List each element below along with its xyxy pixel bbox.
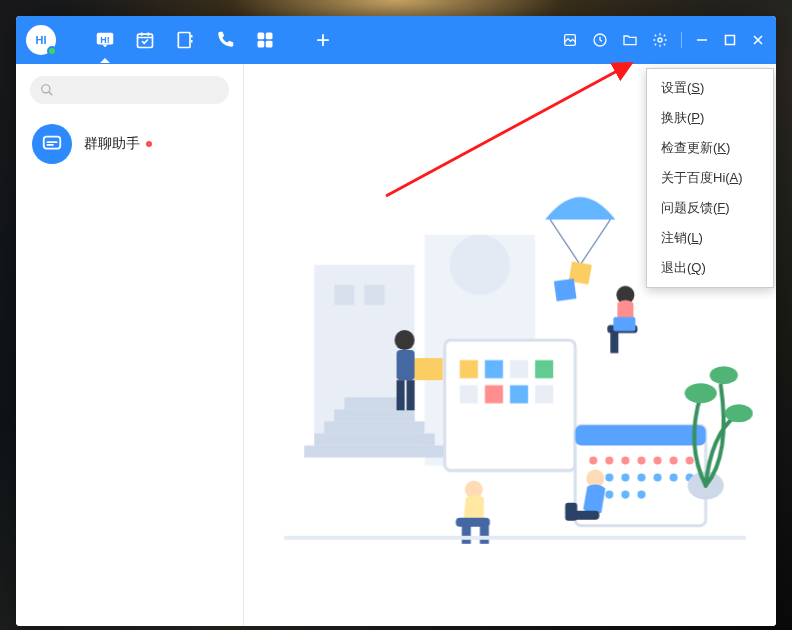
svg-point-40 (686, 456, 694, 464)
svg-point-45 (654, 474, 662, 482)
tab-calendar[interactable] (134, 29, 156, 51)
status-online-icon (47, 46, 57, 56)
svg-point-44 (637, 474, 645, 482)
svg-rect-61 (397, 380, 405, 410)
svg-rect-24 (460, 360, 478, 378)
svg-rect-30 (510, 385, 528, 403)
maximize-button[interactable] (722, 32, 738, 48)
svg-rect-10 (726, 36, 735, 45)
tab-phone[interactable] (214, 29, 236, 51)
svg-rect-6 (266, 41, 273, 48)
history-icon[interactable] (591, 31, 609, 49)
svg-rect-59 (397, 350, 415, 380)
folder-icon[interactable] (621, 31, 639, 49)
avatar[interactable]: HI (26, 25, 56, 55)
nav-tabs: H! + (94, 29, 334, 51)
search-wrap (16, 64, 243, 112)
svg-rect-65 (610, 331, 618, 353)
svg-point-58 (395, 330, 415, 350)
search-icon (40, 83, 54, 97)
titlebar-right (561, 31, 766, 49)
close-button[interactable] (750, 32, 766, 48)
svg-point-36 (621, 456, 629, 464)
group-chat-icon (32, 124, 72, 164)
svg-rect-25 (485, 360, 503, 378)
svg-point-11 (42, 85, 50, 93)
svg-point-34 (589, 456, 597, 464)
menu-logout[interactable]: 注销(L) (647, 223, 773, 253)
svg-rect-66 (613, 317, 635, 331)
svg-point-46 (670, 474, 678, 482)
tab-contacts[interactable] (174, 29, 196, 51)
svg-rect-20 (324, 421, 424, 433)
titlebar: HI H! + (16, 16, 776, 64)
svg-point-49 (605, 491, 613, 499)
svg-point-38 (654, 456, 662, 464)
menu-about[interactable]: 关于百度Hi(A) (647, 163, 773, 193)
svg-point-9 (658, 38, 662, 42)
svg-rect-74 (284, 536, 746, 540)
app-window: HI H! + (16, 16, 776, 626)
chat-item-title: 群聊助手 (84, 135, 152, 153)
svg-rect-23 (445, 340, 575, 470)
tab-chat[interactable]: H! (94, 29, 116, 51)
svg-rect-18 (304, 445, 445, 457)
unread-dot-icon (146, 141, 152, 147)
settings-dropdown: 设置(S) 换肤(P) 检查更新(K) 关于百度Hi(A) 问题反馈(F) 注销… (646, 68, 774, 288)
sidebar: 群聊助手 (16, 64, 244, 626)
svg-rect-62 (407, 380, 415, 410)
svg-rect-19 (314, 433, 434, 445)
svg-point-43 (621, 474, 629, 482)
svg-rect-31 (535, 385, 553, 403)
svg-rect-4 (266, 33, 273, 40)
add-button[interactable]: + (312, 29, 334, 51)
svg-rect-15 (364, 285, 384, 305)
screenshot-icon[interactable] (561, 31, 579, 49)
svg-rect-14 (334, 285, 354, 305)
svg-point-51 (637, 491, 645, 499)
chat-list-item[interactable]: 群聊助手 (16, 112, 243, 176)
svg-point-42 (605, 474, 613, 482)
svg-rect-60 (415, 358, 443, 380)
chat-badge-text: H! (100, 35, 110, 45)
svg-rect-26 (510, 360, 528, 378)
svg-point-55 (685, 383, 717, 403)
svg-point-35 (605, 456, 613, 464)
svg-rect-22 (344, 397, 404, 409)
menu-settings[interactable]: 设置(S) (647, 73, 773, 103)
svg-point-17 (450, 235, 510, 295)
svg-rect-29 (485, 385, 503, 403)
menu-feedback[interactable]: 问题反馈(F) (647, 193, 773, 223)
svg-rect-69 (480, 526, 489, 544)
separator (681, 32, 682, 48)
svg-rect-21 (334, 409, 414, 421)
svg-rect-33 (575, 425, 705, 445)
tab-apps[interactable] (254, 29, 276, 51)
gear-icon[interactable] (651, 31, 669, 49)
svg-point-37 (637, 456, 645, 464)
menu-quit[interactable]: 退出(Q) (647, 253, 773, 283)
svg-rect-3 (258, 33, 265, 40)
svg-rect-70 (462, 526, 471, 544)
search-input[interactable] (30, 76, 229, 104)
minimize-button[interactable] (694, 32, 710, 48)
svg-point-50 (621, 491, 629, 499)
menu-skin[interactable]: 换肤(P) (647, 103, 773, 133)
svg-rect-53 (554, 279, 577, 302)
svg-rect-2 (178, 33, 190, 48)
svg-rect-28 (460, 385, 478, 403)
svg-point-39 (670, 456, 678, 464)
svg-rect-73 (565, 503, 577, 521)
svg-rect-27 (535, 360, 553, 378)
avatar-text: HI (36, 34, 47, 46)
svg-rect-68 (456, 518, 490, 527)
svg-point-56 (710, 366, 738, 384)
svg-point-57 (725, 404, 753, 422)
svg-rect-1 (138, 34, 153, 47)
menu-check-update[interactable]: 检查更新(K) (647, 133, 773, 163)
svg-rect-5 (258, 41, 265, 48)
